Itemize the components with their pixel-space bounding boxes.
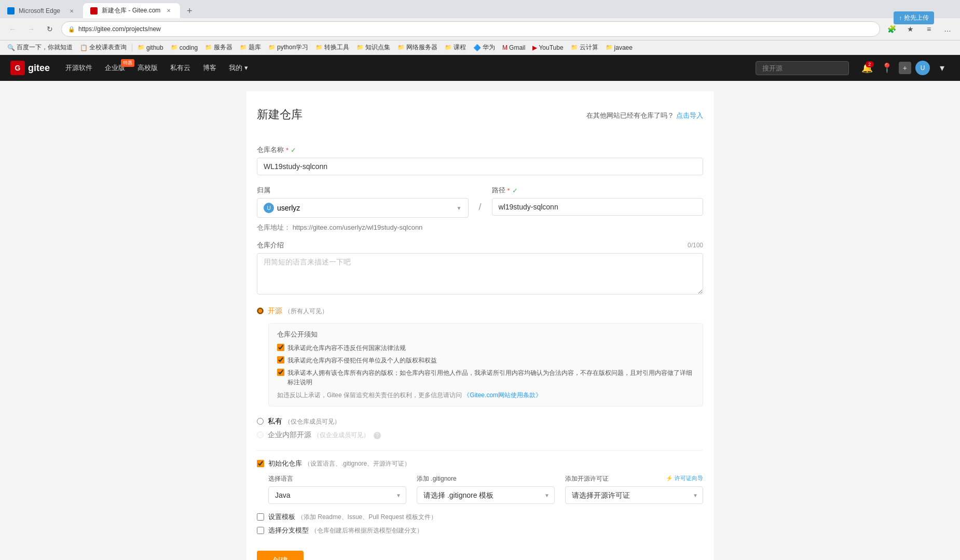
enterprise-label: 企业内部开源 — [268, 430, 311, 439]
branch-model-checkbox[interactable] — [257, 527, 264, 534]
visibility-group: 开源 （所有人可见） 仓库公开须知 我承诺此仓库内容不违反任何国家法律法规 我承… — [257, 306, 703, 440]
main-content: 新建仓库 在其他网站已经有仓库了吗？ 点击导入 仓库名称 * ✓ 归属 U us… — [246, 91, 714, 560]
branch-model-label: 选择分支模型 （仓库创建后将根据所选模型创建分支） — [268, 526, 423, 535]
license-select[interactable]: 请选择开源许可证 — [565, 486, 703, 504]
bookmark-course2-label: 课程 — [454, 43, 466, 52]
bookmark-github[interactable]: 📁 github — [134, 43, 167, 52]
gitignore-col: 添加 .gitignore 请选择 .gitignore 模板 — [417, 474, 555, 504]
bookmark-knowledge[interactable]: 📁 知识点集 — [353, 42, 393, 53]
nav-enterprise[interactable]: 企业版 特惠 — [100, 60, 130, 76]
course-folder-icon: 📁 — [445, 44, 452, 51]
bookmark-cloud[interactable]: 📁 云计算 — [568, 42, 601, 53]
visibility-open-radio[interactable] — [257, 307, 264, 314]
create-button[interactable]: 创建 — [257, 551, 304, 560]
notice-footer-link[interactable]: 《Gitee.com网站使用条款》 — [463, 391, 542, 399]
owner-select[interactable]: U userlyz ▼ — [257, 198, 469, 218]
bookmark-youtube[interactable]: ▶ YouTube — [529, 43, 566, 52]
tab-gitee-close[interactable]: ✕ — [164, 7, 173, 15]
knowledge-folder-icon: 📁 — [356, 44, 364, 51]
path-input[interactable] — [492, 198, 704, 216]
bookmark-coding[interactable]: 📁 coding — [168, 43, 201, 52]
description-label-row: 仓库介绍 0/100 — [257, 241, 703, 250]
qbank-folder-icon: 📁 — [240, 44, 247, 51]
visibility-open-option[interactable]: 开源 （所有人可见） — [257, 306, 703, 316]
new-tab-button[interactable]: + — [182, 4, 197, 18]
back-button[interactable]: ← — [5, 22, 20, 36]
nav-blog[interactable]: 博客 — [198, 60, 222, 76]
convert-folder-icon: 📁 — [316, 44, 323, 51]
location-button[interactable]: 📍 — [879, 60, 895, 76]
description-input[interactable] — [257, 253, 703, 295]
notice-checkbox-2[interactable] — [277, 356, 284, 363]
notification-button[interactable]: 🔔 2 — [859, 60, 875, 76]
create-button[interactable]: + — [899, 62, 911, 74]
bookmark-question-bank[interactable]: 📁 题库 — [237, 42, 264, 53]
bookmark-netserver-label: 网络服务器 — [406, 43, 437, 52]
license-hint-label: 许可证向导 — [675, 475, 703, 481]
language-col: 选择语言 Java — [268, 474, 406, 504]
browser-toolbar: ← → ↻ 🔒 https://gitee.com/projects/new 🧩… — [0, 18, 960, 40]
nav-private-cloud[interactable]: 私有云 — [165, 60, 196, 76]
path-slash: / — [479, 202, 482, 213]
license-label-row: 添加开源许可证 ⚡ 许可证向导 — [565, 474, 703, 483]
owner-path-row: 归属 U userlyz ▼ / 路径 * ✓ — [257, 186, 703, 218]
gitee-logo-text: gitee — [28, 63, 50, 74]
bookmark-javaee[interactable]: 📁 javaee — [602, 43, 636, 52]
bookmark-huawei[interactable]: 🔷 华为 — [470, 42, 498, 53]
page-title: 新建仓库 — [257, 107, 303, 122]
bookmark-python-label: python学习 — [277, 43, 308, 52]
forward-button[interactable]: → — [24, 22, 38, 36]
bookmark-course[interactable]: 📁 课程 — [442, 42, 469, 53]
bookmark-server[interactable]: 📁 服务器 — [202, 42, 236, 53]
tab-edge[interactable]: Microsoft Edge ✕ — [0, 4, 83, 18]
bookmark-course-label: 全校课表查询 — [89, 43, 127, 52]
license-label: 添加开源许可证 — [565, 474, 609, 483]
import-link[interactable]: 点击导入 — [676, 111, 703, 119]
address-bar[interactable]: 🔒 https://gitee.com/projects/new — [61, 21, 880, 37]
bookmark-python[interactable]: 📁 python学习 — [265, 42, 311, 53]
upload-label: 抢先上传 — [904, 13, 929, 22]
visibility-private-radio[interactable] — [257, 418, 264, 425]
nav-campus[interactable]: 高校版 — [132, 60, 163, 76]
bookmark-baidu[interactable]: 🔍 百度一下，你就知道 — [4, 42, 76, 53]
owner-dropdown-icon: ▼ — [457, 205, 462, 211]
bookmark-gmail[interactable]: M Gmail — [499, 43, 528, 52]
init-checkbox[interactable] — [257, 460, 264, 467]
template-checkbox[interactable] — [257, 513, 264, 521]
bookmark-course-schedule[interactable]: 📋 全校课表查询 — [77, 42, 130, 53]
edge-favicon — [7, 7, 15, 15]
gitee-nav: 开源软件 企业版 特惠 高校版 私有云 博客 我的 ▾ — [60, 60, 253, 76]
visibility-private-option[interactable]: 私有 （仅仓库成员可见） — [257, 417, 703, 426]
gitignore-select[interactable]: 请选择 .gitignore 模板 — [417, 486, 555, 504]
gitignore-label: 添加 .gitignore — [417, 474, 555, 483]
owner-label: 归属 — [257, 186, 469, 195]
template-row: 设置模板 （添加 Readme、Issue、Pull Request 模板文件） — [257, 512, 703, 522]
gitee-logo[interactable]: G gitee — [10, 61, 50, 75]
tab-edge-close[interactable]: ✕ — [67, 7, 76, 15]
repo-name-input[interactable] — [257, 158, 703, 175]
notice-item-2: 我承诺此仓库内容不侵犯任何单位及个人的版权和权益 — [277, 356, 694, 365]
open-label: 开源 — [268, 306, 282, 315]
nav-mine[interactable]: 我的 ▾ — [224, 60, 253, 76]
bookmark-network-server[interactable]: 📁 网络服务器 — [394, 42, 441, 53]
upload-extension[interactable]: ↑ 抢先上传 — [894, 11, 934, 24]
private-label: 私有 — [268, 417, 282, 425]
notice-checkbox-1[interactable] — [277, 344, 284, 351]
license-hint[interactable]: ⚡ 许可证向导 — [666, 474, 703, 483]
language-select[interactable]: Java — [268, 486, 406, 504]
divider-1 — [257, 450, 703, 451]
search-input[interactable] — [756, 61, 849, 75]
tab-gitee[interactable]: 新建仓库 - Gitee.com ✕ — [83, 3, 180, 18]
settings-button[interactable]: … — [940, 22, 955, 36]
bookmark-convert[interactable]: 📁 转换工具 — [312, 42, 352, 53]
required-star: * — [286, 146, 289, 154]
notice-checkbox-3[interactable] — [277, 369, 284, 376]
nav-open-source[interactable]: 开源软件 — [60, 60, 98, 76]
visibility-enterprise-label: 企业内部开源 （仅企业成员可见） ? — [268, 430, 381, 440]
bookmark-knowledge-label: 知识点集 — [365, 43, 390, 52]
user-avatar[interactable]: U — [915, 61, 930, 75]
user-dropdown-icon[interactable]: ▾ — [934, 60, 950, 76]
bookmark-convert-label: 转换工具 — [324, 43, 349, 52]
refresh-button[interactable]: ↻ — [43, 22, 57, 36]
bookmark-coding-label: coding — [180, 44, 198, 51]
